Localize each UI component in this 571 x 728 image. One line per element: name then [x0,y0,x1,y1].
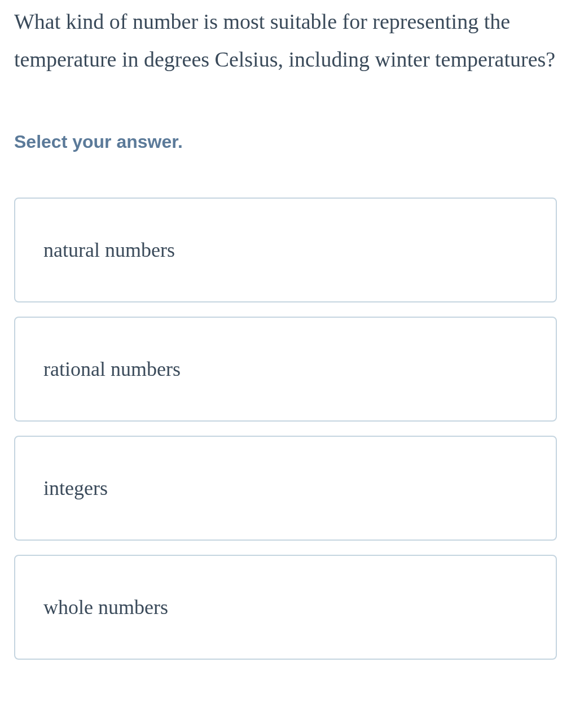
question-text: What kind of number is most suitable for… [14,0,557,78]
options-list: natural numbers rational numbers integer… [14,198,557,660]
option-label: whole numbers [43,596,168,619]
option-integers[interactable]: integers [14,436,557,541]
instruction-text: Select your answer. [14,131,557,152]
option-whole-numbers[interactable]: whole numbers [14,555,557,660]
option-natural-numbers[interactable]: natural numbers [14,198,557,302]
option-rational-numbers[interactable]: rational numbers [14,317,557,422]
option-label: natural numbers [43,239,175,261]
option-label: rational numbers [43,358,181,380]
option-label: integers [43,477,108,499]
